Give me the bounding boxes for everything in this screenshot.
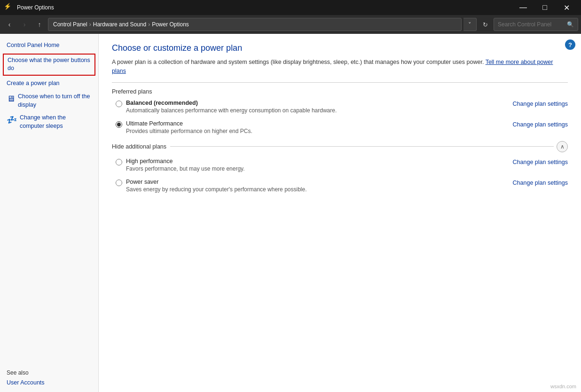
sidebar-item-display[interactable]: 🖥 Choose when to turn off the display bbox=[0, 90, 98, 111]
radio-balanced[interactable] bbox=[116, 101, 122, 107]
back-button[interactable]: ‹ bbox=[3, 18, 16, 31]
main-container: Control Panel Home Choose what the power… bbox=[0, 34, 581, 392]
addressbar: ‹ › ↑ Control Panel › Hardware and Sound… bbox=[0, 15, 581, 34]
search-icon: 🔍 bbox=[567, 21, 574, 28]
plan-saver-label: Power saver bbox=[126, 179, 307, 185]
plan-saver-settings-link[interactable]: Change plan settings bbox=[513, 179, 568, 186]
plan-ultimate-label: Ultimate Performance bbox=[126, 120, 252, 127]
radio-saver[interactable] bbox=[116, 180, 122, 186]
maximize-button[interactable]: □ bbox=[534, 0, 556, 15]
close-button[interactable]: ✕ bbox=[556, 0, 577, 15]
radio-high[interactable] bbox=[116, 159, 122, 165]
breadcrumb: Control Panel › Hardware and Sound › Pow… bbox=[53, 21, 189, 28]
plan-saver: Power saver Saves energy by reducing you… bbox=[112, 179, 568, 193]
plan-high-label: High performance bbox=[126, 158, 245, 165]
content-area: ? Choose or customize a power plan A pow… bbox=[99, 34, 581, 392]
hide-plans-header: Hide additional plans ∧ bbox=[112, 141, 568, 152]
plan-balanced-settings-link[interactable]: Change plan settings bbox=[513, 100, 568, 107]
section-divider bbox=[112, 82, 568, 83]
breadcrumb-power-options[interactable]: Power Options bbox=[152, 21, 189, 28]
search-box[interactable]: 🔍 bbox=[494, 18, 578, 31]
sidebar-item-create-plan[interactable]: Create a power plan bbox=[0, 77, 98, 91]
plan-high-settings-link[interactable]: Change plan settings bbox=[513, 158, 568, 165]
app-icon: ⚡ bbox=[4, 3, 13, 12]
plan-high-desc: Favors performance, but may use more ene… bbox=[126, 165, 245, 172]
hide-plans-toggle[interactable]: ∧ bbox=[557, 141, 568, 152]
page-title: Choose or customize a power plan bbox=[112, 43, 568, 53]
plan-balanced-label: Balanced (recommended) bbox=[126, 100, 337, 106]
plan-balanced-desc: Automatically balances performance with … bbox=[126, 107, 337, 114]
see-also-user-accounts[interactable]: User Accounts bbox=[0, 378, 98, 387]
search-input[interactable] bbox=[498, 21, 565, 28]
up-button[interactable]: ↑ bbox=[33, 18, 46, 31]
sidebar: Control Panel Home Choose what the power… bbox=[0, 34, 99, 392]
titlebar: ⚡ Power Options — □ ✕ bbox=[0, 0, 581, 15]
plan-ultimate-desc: Provides ultimate performance on higher … bbox=[126, 128, 252, 134]
watermark: wsxdn.com bbox=[550, 384, 576, 389]
plan-high: High performance Favors performance, but… bbox=[112, 158, 568, 172]
sidebar-item-sleep[interactable]: 💤 Change when the computer sleeps bbox=[0, 111, 98, 133]
sidebar-home[interactable]: Control Panel Home bbox=[0, 39, 98, 53]
refresh-button[interactable]: ↻ bbox=[479, 18, 492, 31]
monitor-icon: 🖥 bbox=[7, 93, 15, 105]
preferred-plans-label: Preferred plans bbox=[112, 88, 568, 95]
plan-ultimate-settings-link[interactable]: Change plan settings bbox=[513, 120, 568, 128]
radio-ultimate[interactable] bbox=[116, 121, 122, 128]
address-box[interactable]: Control Panel › Hardware and Sound › Pow… bbox=[48, 18, 462, 31]
forward-button[interactable]: › bbox=[18, 18, 31, 31]
breadcrumb-control-panel[interactable]: Control Panel bbox=[53, 21, 87, 28]
sleep-icon: 💤 bbox=[7, 114, 17, 126]
address-dropdown-button[interactable]: ˅ bbox=[463, 18, 477, 31]
plan-balanced: Balanced (recommended) Automatically bal… bbox=[112, 100, 568, 114]
window-controls: — □ ✕ bbox=[512, 0, 577, 15]
content-description: A power plan is a collection of hardware… bbox=[112, 58, 568, 76]
plan-saver-desc: Saves energy by reducing your computer's… bbox=[126, 186, 307, 193]
plan-ultimate: Ultimate Performance Provides ultimate p… bbox=[112, 120, 568, 134]
minimize-button[interactable]: — bbox=[512, 0, 534, 15]
see-also-label: See also bbox=[0, 366, 98, 378]
breadcrumb-hardware-sound[interactable]: Hardware and Sound bbox=[93, 21, 146, 28]
sidebar-item-power-buttons[interactable]: Choose what the power buttons do bbox=[3, 54, 95, 76]
help-button[interactable]: ? bbox=[565, 39, 575, 50]
hide-plans-label: Hide additional plans bbox=[112, 143, 166, 150]
window-title: Power Options bbox=[17, 4, 512, 11]
